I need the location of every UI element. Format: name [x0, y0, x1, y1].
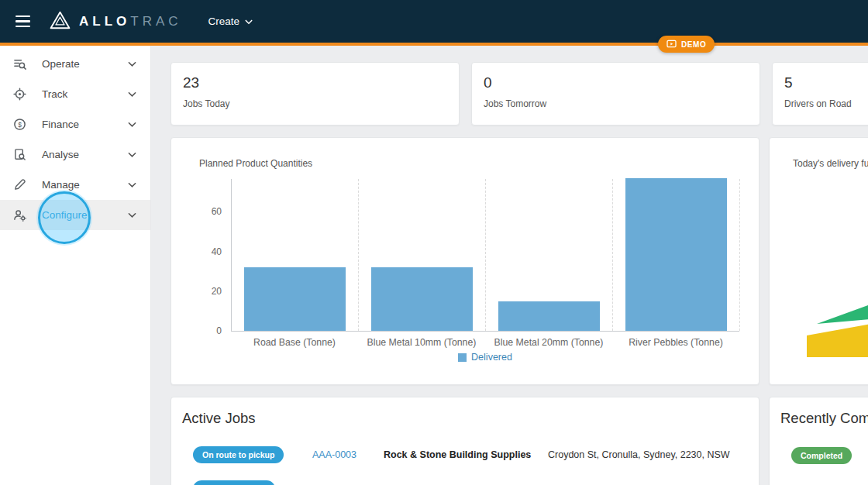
completed-status-pill: Completed — [791, 447, 852, 464]
x-axis-tick-label: Blue Metal 10mm (Tonne) — [358, 337, 485, 348]
stat-label: Jobs Tomorrow — [484, 98, 760, 109]
stat-label: Jobs Today — [183, 98, 459, 109]
sidebar-item-label: Operate — [42, 58, 80, 70]
bar-blue-metal-10mm-tonne- — [371, 267, 472, 331]
stat-value: 23 — [183, 74, 459, 91]
chart-legend: Delivered — [231, 352, 739, 363]
legend-label: Delivered — [471, 352, 512, 363]
sidebar-item-manage[interactable]: Manage — [0, 170, 150, 200]
chevron-down-icon — [128, 61, 136, 67]
stat-card: 0Jobs Tomorrow — [471, 62, 760, 126]
delivery-fulfilment-card: Today's delivery fulfilment — [769, 137, 868, 385]
allotrac-logo: ALLOTRAC — [49, 11, 182, 33]
sidebar-item-label: Manage — [42, 179, 80, 191]
bar-road-base-tonne- — [244, 267, 345, 331]
active-job-row-partial — [193, 480, 759, 485]
finance-dollar-icon: $ — [12, 118, 26, 132]
fulfilment-area-chart — [807, 284, 868, 360]
bar-chart-plot — [231, 179, 739, 332]
y-axis-tick-label: 40 — [198, 246, 222, 257]
chevron-down-icon — [128, 91, 136, 98]
stat-label: Drivers on Road — [784, 98, 868, 109]
chart-category-cell — [359, 179, 486, 331]
menu-icon[interactable] — [12, 12, 33, 31]
sidebar-item-label: Track — [42, 88, 67, 100]
track-target-icon — [12, 88, 26, 101]
sidebar-item-operate[interactable]: Operate — [0, 49, 150, 79]
y-axis: 0204060 — [197, 179, 226, 332]
configure-user-gear-icon — [12, 208, 26, 222]
demo-badge: DEMO — [658, 36, 715, 53]
stats-row: 23Jobs Today0Jobs Tomorrow5Drivers on Ro… — [170, 62, 868, 126]
x-axis-tick-label: River Pebbles (Tonne) — [612, 337, 739, 348]
stat-card: 5Drivers on Road — [772, 62, 868, 126]
stat-value: 5 — [784, 74, 868, 91]
recently-completed-card: Recently Completed Completed — [769, 397, 868, 485]
chevron-down-icon — [245, 15, 253, 27]
x-axis-tick-label: Blue Metal 20mm (Tonne) — [485, 337, 612, 348]
x-axis-tick-label: Road Base (Tonne) — [231, 337, 358, 348]
chart-category-cell — [613, 179, 740, 331]
sidebar-item-finance[interactable]: $Finance — [0, 109, 150, 139]
chart-title: Planned Product Quantities — [199, 158, 312, 169]
chevron-down-icon — [128, 122, 136, 128]
sidebar-item-track[interactable]: Track — [0, 79, 150, 109]
y-axis-tick-label: 60 — [198, 206, 222, 217]
logo-mountain-icon — [49, 11, 71, 33]
accent-bar — [0, 43, 868, 46]
status-pill-partial — [193, 480, 275, 485]
job-customer: Rock & Stone Building Supplies — [384, 449, 548, 460]
fulfilment-title: Today's delivery fulfilment — [793, 158, 868, 169]
active-jobs-title: Active Jobs — [182, 410, 759, 427]
sidebar-item-label: Analyse — [42, 149, 79, 160]
legend-swatch — [458, 353, 467, 362]
sidebar-item-configure[interactable]: Configure — [0, 200, 150, 230]
active-jobs-card: Active Jobs On route to pickupAAA-0003Ro… — [170, 397, 760, 485]
job-address: Croydon St, Cronulla, Sydney, 2230, NSW — [548, 449, 759, 460]
sidebar-item-label: Configure — [42, 209, 88, 221]
demo-label: DEMO — [681, 40, 706, 49]
sidebar-item-label: Finance — [42, 119, 79, 130]
create-menu[interactable]: Create — [208, 15, 253, 27]
job-id-link[interactable]: AAA-0003 — [312, 449, 384, 460]
brand-text: ALLOTRAC — [79, 14, 182, 29]
planned-quantities-card: Planned Product Quantities 0204060 Road … — [170, 137, 760, 385]
y-axis-tick-label: 0 — [198, 325, 222, 336]
analyse-document-icon — [12, 148, 26, 162]
chart-category-cell — [486, 179, 613, 331]
top-bar: ALLOTRAC Create — [0, 0, 868, 43]
active-job-row: On route to pickupAAA-0003Rock & Stone B… — [193, 446, 759, 463]
recently-completed-row: Completed — [791, 447, 868, 464]
sidebar-item-analyse[interactable]: Analyse — [0, 139, 150, 170]
y-axis-tick-label: 20 — [198, 286, 222, 297]
recently-completed-title: Recently Completed — [780, 410, 868, 427]
stat-card: 23Jobs Today — [170, 62, 460, 126]
stat-value: 0 — [484, 74, 760, 91]
manage-pencil-icon — [12, 178, 26, 192]
svg-text:$: $ — [18, 121, 22, 129]
demo-slideshow-icon — [666, 40, 677, 50]
bar-river-pebbles-tonne- — [625, 178, 726, 331]
chevron-down-icon — [128, 182, 136, 188]
chevron-down-icon — [128, 152, 136, 158]
sidebar: OperateTrack$FinanceAnalyseManageConfigu… — [0, 46, 151, 485]
chart-category-cell — [232, 179, 359, 331]
status-pill: On route to pickup — [193, 446, 284, 463]
chevron-down-icon — [128, 212, 136, 218]
x-axis-labels: Road Base (Tonne)Blue Metal 10mm (Tonne)… — [231, 337, 739, 349]
create-label: Create — [208, 15, 240, 27]
bar-blue-metal-20mm-tonne- — [498, 301, 599, 331]
operate-search-list-icon — [12, 57, 26, 71]
